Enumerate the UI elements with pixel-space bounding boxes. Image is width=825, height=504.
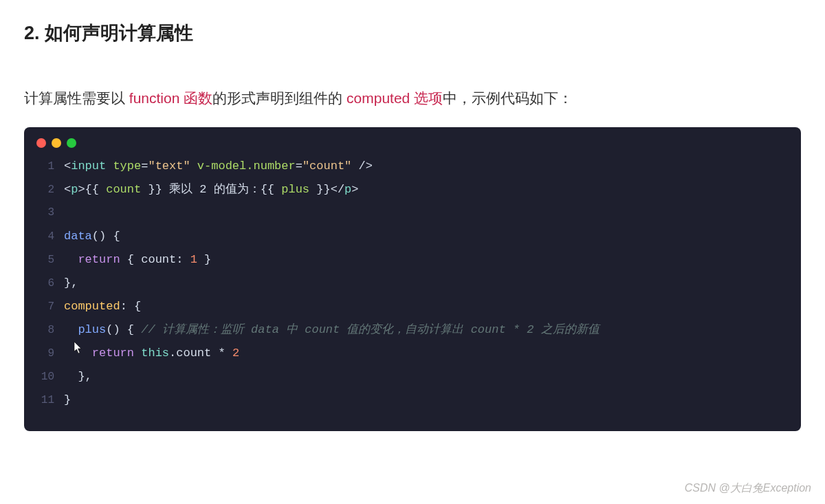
intro-text-3: 中，示例代码如下： — [443, 90, 573, 106]
close-icon — [36, 138, 46, 148]
code-text: }, — [64, 277, 78, 289]
code-line: 4 data() { — [32, 230, 793, 254]
code-text: computed: { — [64, 300, 141, 312]
line-number: 7 — [32, 301, 54, 312]
code-line: 10 }, — [32, 371, 793, 394]
line-number: 3 — [32, 207, 54, 218]
code-text: <p>{{ count }} 乘以 2 的值为：{{ plus }}</p> — [64, 184, 359, 195]
code-text: } — [64, 394, 71, 406]
code-block: 1 <input type="text" v-model.number="cou… — [24, 127, 801, 431]
code-line: 3 — [32, 207, 793, 230]
line-number: 2 — [32, 184, 54, 195]
keyword-computed: computed 选项 — [346, 90, 443, 106]
code-line: 1 <input type="text" v-model.number="cou… — [32, 160, 793, 184]
line-number: 4 — [32, 231, 54, 242]
intro-paragraph: 计算属性需要以 function 函数的形式声明到组件的 computed 选项… — [24, 87, 801, 110]
line-number: 9 — [32, 348, 54, 359]
code-text: }, — [64, 371, 92, 382]
intro-text-1: 计算属性需要以 — [24, 90, 129, 106]
maximize-icon — [67, 138, 76, 148]
code-text: return { count: 1 } — [64, 254, 211, 265]
code-text: return this.count * 2 — [64, 347, 239, 359]
line-number: 6 — [32, 278, 54, 289]
line-number: 1 — [32, 161, 54, 172]
intro-text-2: 的形式声明到组件的 — [212, 90, 346, 106]
code-line: 5 return { count: 1 } — [32, 254, 793, 277]
line-number: 11 — [32, 395, 54, 406]
code-line: 6 }, — [32, 277, 793, 300]
code-line: 2 <p>{{ count }} 乘以 2 的值为：{{ plus }}</p> — [32, 184, 793, 207]
keyword-function: function 函数 — [129, 90, 212, 106]
code-lines: 1 <input type="text" v-model.number="cou… — [24, 155, 801, 417]
code-line: 7 computed: { — [32, 300, 793, 324]
code-line: 11 } — [32, 394, 793, 417]
code-text: plus() { // 计算属性：监听 data 中 count 值的变化，自动… — [64, 324, 600, 336]
line-number: 8 — [32, 325, 54, 336]
minimize-icon — [52, 138, 61, 148]
window-titlebar — [24, 127, 801, 155]
line-number: 5 — [32, 254, 54, 265]
code-text: data() { — [64, 230, 120, 242]
code-text: <input type="text" v-model.number="count… — [64, 160, 373, 172]
section-heading: 2. 如何声明计算属性 — [24, 21, 801, 45]
line-number: 10 — [32, 371, 54, 382]
code-line: 9 return this.count * 2 — [32, 347, 793, 371]
code-line: 8 plus() { // 计算属性：监听 data 中 count 值的变化，… — [32, 324, 793, 347]
